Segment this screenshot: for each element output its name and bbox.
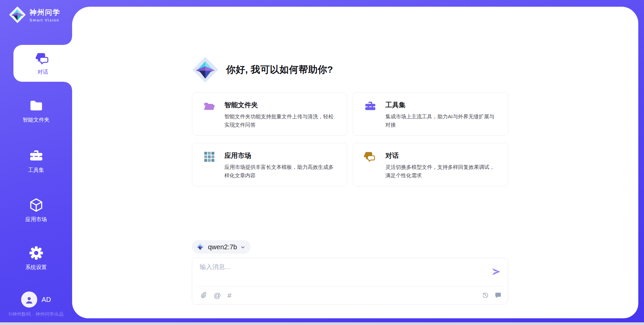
card-toolset[interactable]: 工具集 集成市场上主流工具，助力AI与外界无缝扩展与对接 — [353, 92, 508, 136]
feature-cards: 智能文件夹 智能文件夹功能支持批量文件上传与清洗，轻松实现文件问答 工具集 集成… — [192, 92, 508, 186]
tab-fillet-bottom — [64, 82, 72, 90]
folder-icon — [29, 98, 44, 113]
card-title: 对话 — [385, 151, 499, 160]
chevron-down-icon — [240, 245, 245, 250]
card-app-market[interactable]: 应用市场 应用市场提供丰富长文本模板，助力高效生成多样化文章内容 — [192, 143, 347, 186]
message-composer: @ # — [192, 258, 508, 305]
mention-icon[interactable]: @ — [214, 292, 221, 299]
user-initials: AD — [42, 296, 51, 304]
composer-tools-left: @ # — [200, 286, 231, 304]
sidebar: 神州问学 Smart Vision 对话 智能文件夹 — [0, 0, 72, 325]
sidebar-item-label: 系统设置 — [25, 264, 47, 271]
message-input[interactable] — [200, 263, 486, 282]
avatar — [21, 291, 37, 308]
sidebar-item-toolset[interactable]: 工具集 — [0, 148, 72, 174]
card-title: 应用市场 — [224, 151, 338, 160]
chat-bubbles-icon — [36, 51, 50, 66]
greeting-block: 你好, 我可以如何帮助你? — [192, 56, 333, 83]
brand-subtitle: Smart Vision — [30, 18, 60, 22]
send-icon[interactable] — [491, 267, 501, 277]
brand: 神州问学 Smart Vision — [9, 6, 60, 23]
card-title: 智能文件夹 — [224, 101, 338, 110]
tab-fillet-top — [64, 37, 72, 45]
sidebar-item-label: 工具集 — [28, 167, 44, 174]
card-description: 集成市场上主流工具，助力AI与外界无缝扩展与对接 — [385, 113, 499, 129]
card-chat[interactable]: 对话 灵活切换多模型文件，支持多样回复效果调试，满足个性化需求 — [353, 143, 508, 186]
sidebar-item-label: 对话 — [38, 69, 48, 76]
hashtag-icon[interactable]: # — [227, 292, 231, 299]
sidebar-item-app-market[interactable]: 应用市场 — [0, 197, 72, 223]
composer-tools-right — [482, 286, 502, 304]
grid-icon — [203, 150, 216, 163]
card-description: 智能文件夹功能支持批量文件上传与清洗，轻松实现文件问答 — [224, 113, 338, 129]
sidebar-item-label: 智能文件夹 — [23, 117, 50, 124]
brand-name: 神州问学 — [30, 8, 60, 17]
main-panel: 你好, 我可以如何帮助你? 智能文件夹 智能文件夹功能支持批量文件上传与清洗，轻… — [72, 7, 638, 318]
card-title: 工具集 — [385, 101, 499, 110]
chat-bubbles-icon — [364, 150, 377, 163]
toolbox-icon — [29, 148, 44, 164]
card-smart-folder[interactable]: 智能文件夹 智能文件夹功能支持批量文件上传与清洗，轻松实现文件问答 — [192, 92, 347, 136]
card-description: 灵活切换多模型文件，支持多样回复效果调试，满足个性化需求 — [385, 163, 499, 180]
window-bottom-edge — [0, 322, 644, 325]
sidebar-item-smart-folder[interactable]: 智能文件夹 — [0, 98, 72, 124]
model-name: qwen2:7b — [208, 243, 237, 251]
user-account[interactable]: AD — [0, 291, 72, 308]
greeting-title: 你好, 我可以如何帮助你? — [226, 63, 333, 76]
composer-divider — [198, 286, 502, 286]
brand-diamond-logo-icon — [9, 6, 26, 23]
chat-bubble-icon[interactable] — [494, 291, 502, 299]
history-icon[interactable] — [482, 291, 489, 299]
model-diamond-logo-icon — [196, 243, 205, 251]
gear-icon — [29, 245, 44, 261]
sidebar-item-chat[interactable]: 对话 — [13, 45, 72, 82]
cube-icon — [29, 197, 44, 213]
toolbox-icon — [364, 100, 377, 113]
sidebar-item-label: 应用市场 — [25, 216, 47, 223]
sidebar-footer-credit: ©神州数码 · 神州问学出品 — [0, 311, 72, 317]
sidebar-item-settings[interactable]: 系统设置 — [0, 245, 72, 271]
card-description: 应用市场提供丰富长文本模板，助力高效生成多样化文章内容 — [224, 163, 338, 180]
assistant-diamond-logo-icon — [192, 56, 219, 83]
attachment-icon[interactable] — [200, 291, 207, 299]
model-selector[interactable]: qwen2:7b — [192, 240, 251, 254]
folder-open-icon — [203, 100, 216, 113]
person-icon — [24, 296, 34, 305]
